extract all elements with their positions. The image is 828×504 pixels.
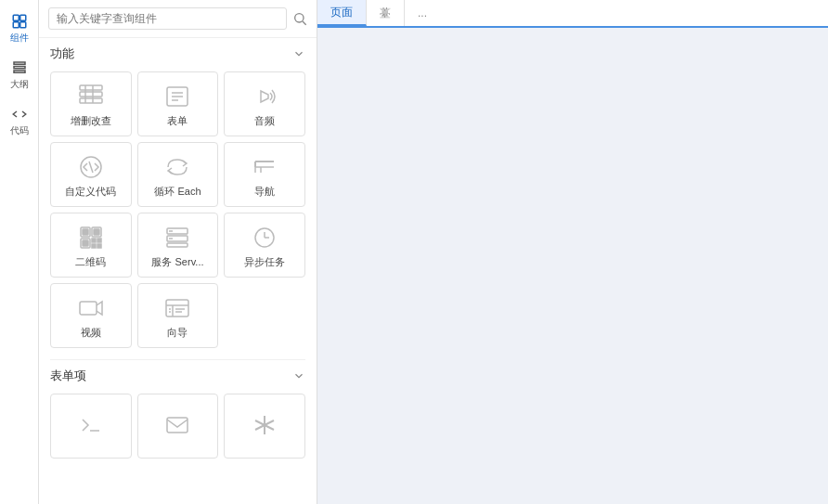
sidebar-item-components[interactable]: 组件 <box>2 7 37 50</box>
svg-rect-0 <box>13 15 19 20</box>
section-label-function: 功能 <box>50 45 74 62</box>
component-service[interactable]: 服务 Serv... <box>137 213 219 278</box>
svg-rect-32 <box>92 239 96 242</box>
svg-line-8 <box>303 21 306 25</box>
custom-code-icon <box>78 154 104 180</box>
sidebar-item-code[interactable]: 代码 <box>2 100 37 143</box>
loop-icon <box>164 154 190 180</box>
async-icon <box>252 225 278 251</box>
function-grid: 增删改查 表单 <box>39 68 317 359</box>
component-wizard[interactable]: 向导 <box>137 283 219 348</box>
component-custom-code[interactable]: 自定义代码 <box>50 142 132 207</box>
component-video[interactable]: 视频 <box>50 283 132 348</box>
svg-rect-33 <box>97 239 101 242</box>
sidebar-item-components-label: 组件 <box>10 32 29 45</box>
component-email[interactable] <box>137 394 219 459</box>
svg-point-7 <box>295 14 304 22</box>
component-panel: 功能 增删改查 <box>39 0 317 504</box>
canvas-tab-more[interactable]: ... <box>405 0 440 26</box>
canvas-tab-page-label: 页面 <box>330 5 353 20</box>
component-input-text[interactable] <box>50 394 132 459</box>
canvas-inner[interactable] <box>317 28 828 504</box>
video-icon <box>78 295 104 321</box>
section-header-form-items[interactable]: 表单项 <box>39 360 317 390</box>
section-header-function[interactable]: 功能 <box>39 38 317 68</box>
canvas-tab-page[interactable]: 页面 <box>317 0 367 26</box>
async-task-label: 异步任务 <box>244 256 285 268</box>
nav-label: 导航 <box>254 186 275 198</box>
terminal-icon <box>78 412 104 438</box>
asterisk-icon <box>252 412 278 438</box>
svg-rect-4 <box>14 62 25 64</box>
svg-rect-10 <box>80 92 102 97</box>
svg-rect-2 <box>13 22 19 28</box>
svg-rect-9 <box>80 85 102 90</box>
section-label-form-items: 表单项 <box>50 368 86 384</box>
svg-rect-31 <box>83 240 88 246</box>
search-input[interactable] <box>48 7 287 30</box>
svg-rect-11 <box>80 98 102 103</box>
canvas-body <box>317 28 828 504</box>
svg-rect-44 <box>80 302 97 315</box>
canvas-area: 页面 薹 ... <box>317 0 828 504</box>
video-label: 视频 <box>81 327 101 339</box>
crud-label: 增删改查 <box>71 115 111 127</box>
qrcode-label: 二维码 <box>75 256 106 268</box>
search-button[interactable] <box>292 11 307 26</box>
form-items-grid <box>39 390 317 470</box>
icon-sidebar: 组件 大纲 代码 <box>0 0 39 504</box>
canvas-tab-2-label: 薹 <box>380 6 391 21</box>
custom-code-label: 自定义代码 <box>65 186 116 198</box>
svg-rect-38 <box>167 243 188 247</box>
loop-each-label: 循环 Each <box>154 186 201 198</box>
component-loop-each[interactable]: 循环 Each <box>137 142 219 207</box>
svg-rect-35 <box>97 244 101 248</box>
svg-rect-53 <box>167 418 188 433</box>
component-asterisk[interactable] <box>224 394 305 459</box>
qrcode-icon <box>78 225 104 251</box>
svg-rect-34 <box>92 244 96 248</box>
svg-line-19 <box>89 162 93 173</box>
audio-label: 音频 <box>254 115 275 127</box>
component-qrcode[interactable]: 二维码 <box>50 213 132 278</box>
wizard-label: 向导 <box>167 327 188 339</box>
svg-rect-3 <box>19 22 25 28</box>
component-form[interactable]: 表单 <box>137 71 219 136</box>
svg-rect-1 <box>19 15 25 20</box>
wizard-icon <box>164 295 190 321</box>
service-icon <box>164 225 190 251</box>
search-bar <box>39 0 317 38</box>
svg-rect-45 <box>166 300 188 317</box>
sidebar-item-outline[interactable]: 大纲 <box>2 54 37 97</box>
audio-icon <box>252 84 278 110</box>
sidebar-item-outline-label: 大纲 <box>10 78 29 91</box>
component-async-task[interactable]: 异步任务 <box>224 213 305 278</box>
component-nav[interactable]: 导航 <box>224 142 305 207</box>
svg-rect-5 <box>14 67 25 69</box>
svg-rect-27 <box>83 229 88 235</box>
form-icon <box>164 84 190 110</box>
svg-rect-6 <box>14 71 25 72</box>
canvas-tab-2[interactable]: 薹 <box>367 0 405 26</box>
form-label: 表单 <box>167 115 188 127</box>
crud-icon <box>78 84 104 110</box>
component-crud[interactable]: 增删改查 <box>50 71 132 136</box>
canvas-tabs: 页面 薹 ... <box>317 0 828 28</box>
service-label: 服务 Serv... <box>151 256 203 268</box>
nav-icon <box>252 154 278 180</box>
panel-body: 功能 增删改查 <box>39 38 317 504</box>
canvas-tab-more-label: ... <box>418 6 427 19</box>
svg-rect-29 <box>94 229 99 235</box>
sidebar-item-code-label: 代码 <box>10 124 29 137</box>
component-audio[interactable]: 音频 <box>224 71 305 136</box>
email-icon <box>164 412 190 438</box>
